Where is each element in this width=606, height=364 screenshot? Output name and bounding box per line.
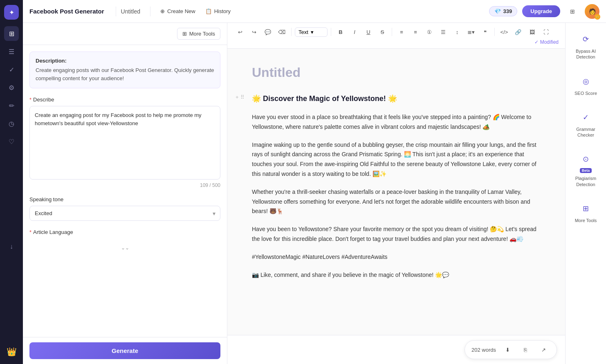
- content-block-para4: Have you been to Yellowstone? Share your…: [252, 225, 541, 244]
- app-title: Facebook Post Generator: [29, 8, 104, 15]
- header-right: 💎 339 Upgrade ⊞ 🧑 👑: [489, 4, 599, 19]
- content-block-para1: Have you ever stood in a place so breath…: [252, 112, 541, 132]
- grammar-checker-label: Grammar Checker: [573, 126, 599, 138]
- speaking-tone-select-wrapper: Excited Professional Casual Inspirationa…: [29, 206, 220, 221]
- blockquote-button[interactable]: ❝: [479, 26, 491, 38]
- bypass-ai-icon: ⟳: [579, 33, 593, 46]
- speaking-tone-select[interactable]: Excited Professional Casual Inspirationa…: [29, 206, 220, 221]
- text-align-dropdown[interactable]: ≣▾: [465, 26, 477, 38]
- undo-button[interactable]: ↩: [234, 26, 246, 38]
- image-button[interactable]: 🖼: [526, 26, 538, 38]
- sidebar-item-history[interactable]: ◷: [4, 116, 19, 131]
- redo-button[interactable]: ↪: [248, 26, 260, 38]
- block-controls[interactable]: + ⠿: [236, 94, 245, 100]
- sidebar-item-settings[interactable]: ⚙: [4, 80, 19, 95]
- grid-apps-icon[interactable]: ⊞: [565, 4, 580, 19]
- header: Facebook Post Generator Untitled ⊕ Creat…: [23, 0, 606, 23]
- align-left-button[interactable]: ≡: [395, 26, 408, 38]
- para4-text: Have you been to Yellowstone? Share your…: [252, 225, 541, 244]
- describe-textarea[interactable]: Create an engaging post for my Facebook …: [29, 106, 220, 180]
- line-height-button[interactable]: ↕: [451, 26, 463, 38]
- more-tools-side-label: More Tools: [575, 218, 597, 223]
- plagiarism-detection-tool[interactable]: ⊙ Beta Plagiarism Detection: [570, 149, 602, 191]
- underline-button[interactable]: U: [362, 26, 375, 38]
- seo-score-label: SEO Score: [575, 90, 597, 96]
- italic-button[interactable]: I: [348, 26, 361, 38]
- sidebar-item-edit[interactable]: ✏: [4, 98, 19, 113]
- chevron-down-icon-2: ▾: [311, 29, 314, 35]
- describe-label: * Describe: [29, 97, 220, 103]
- unordered-list-button[interactable]: ☰: [437, 26, 449, 38]
- ordered-list-button[interactable]: ①: [423, 26, 435, 38]
- code-button[interactable]: </>: [498, 26, 510, 38]
- grammar-checker-tool[interactable]: ✓ Grammar Checker: [570, 108, 602, 142]
- content-area: ⊞ More Tools Description: Create engagin…: [23, 23, 606, 364]
- char-count: 109 / 500: [29, 182, 220, 188]
- content-block-para3: Whether you're a thrill-seeker chasing w…: [252, 187, 541, 216]
- header-untitled: Untitled: [121, 8, 140, 15]
- collapse-arrow[interactable]: ⌄⌄: [29, 243, 220, 252]
- speaking-tone-label: Speaking tone: [29, 196, 220, 202]
- upgrade-button[interactable]: Upgrade: [522, 5, 560, 17]
- more-tools-side-tool[interactable]: ⊞ More Tools: [570, 199, 602, 227]
- editor-content[interactable]: Untitled + ⠿ 🌟 Discover the Magic of Yel…: [227, 49, 565, 335]
- generate-button[interactable]: Generate: [29, 342, 220, 359]
- describe-form-group: * Describe Create an engaging post for m…: [29, 97, 220, 188]
- content-block-para2: Imagine waking up to the gentle sound of…: [252, 140, 541, 179]
- left-panel-body: Description: Create engaging posts with …: [23, 45, 227, 337]
- sidebar-item-documents[interactable]: ☰: [4, 44, 19, 59]
- plagiarism-icon: ⊙: [579, 153, 593, 166]
- content-block-hashtags: #YellowstoneMagic #NatureLovers #Adventu…: [252, 252, 541, 262]
- sidebar-item-checklist[interactable]: ✓: [4, 62, 19, 77]
- article-language-label: * Article Language: [29, 229, 220, 235]
- logo-icon[interactable]: ✦: [4, 5, 19, 20]
- comment-button[interactable]: 💬: [262, 26, 274, 38]
- plagiarism-label: Plagiarism Detection: [573, 175, 599, 187]
- text-style-dropdown[interactable]: Text ▾: [295, 27, 328, 37]
- description-label: Description:: [36, 58, 214, 64]
- sidebar-item-favorites[interactable]: ♡: [4, 134, 19, 149]
- align-center-button[interactable]: ≡: [409, 26, 422, 38]
- left-panel-header: ⊞ More Tools: [23, 23, 227, 45]
- left-panel-footer: Generate: [23, 337, 227, 364]
- link-button[interactable]: 🔗: [512, 26, 524, 38]
- copy-action-button[interactable]: ⎘: [519, 343, 532, 356]
- fullscreen-button[interactable]: ⛶: [540, 26, 552, 38]
- download-action-button[interactable]: ⬇: [501, 343, 514, 356]
- share-action-button[interactable]: ↗: [537, 343, 550, 356]
- avatar[interactable]: 🧑 👑: [585, 4, 599, 19]
- eraser-button[interactable]: ⌫: [276, 26, 288, 38]
- bold-button[interactable]: B: [334, 26, 347, 38]
- more-tools-side-icon: ⊞: [579, 202, 593, 215]
- speaking-tone-group: Speaking tone Excited Professional Casua…: [29, 196, 220, 221]
- content-block-cta: 📷 Like, comment, and share if you believ…: [252, 270, 541, 280]
- footer-actions: 202 words ⬇ ⎘ ↗: [465, 340, 557, 359]
- sidebar-item-dashboard[interactable]: ⊞: [4, 26, 19, 41]
- bypass-ai-label: Bypass AI Detection: [573, 48, 599, 60]
- gem-icon: 💎: [494, 8, 501, 14]
- sidebar-item-crown[interactable]: 👑: [4, 344, 19, 359]
- sidebar-item-download[interactable]: ↓: [4, 239, 19, 254]
- para3-text: Whether you're a thrill-seeker chasing w…: [252, 187, 541, 216]
- left-panel: ⊞ More Tools Description: Create engagin…: [23, 23, 227, 364]
- more-tools-button[interactable]: ⊞ More Tools: [177, 28, 220, 40]
- history-icon: 📋: [205, 8, 212, 14]
- heading-text: 🌟 Discover the Magic of Yellowstone! 🌟: [252, 93, 541, 104]
- main-wrapper: Facebook Post Generator Untitled ⊕ Creat…: [23, 0, 606, 364]
- create-new-icon: ⊕: [160, 8, 165, 14]
- bypass-ai-detection-tool[interactable]: ⟳ Bypass AI Detection: [570, 29, 602, 63]
- doc-title[interactable]: Untitled: [252, 65, 541, 80]
- toolbar-divider-3: [392, 28, 392, 36]
- avatar-crown-badge: 👑: [595, 14, 600, 20]
- grammar-checker-icon: ✓: [579, 111, 593, 124]
- credits-count: 339: [503, 8, 512, 14]
- editor-area: ↩ ↪ 💬 ⌫ Text ▾ B I U S ≡ ≡ ① ☰ ↕: [227, 23, 565, 364]
- history-button[interactable]: 📋 History: [200, 6, 236, 17]
- header-divider-1: [116, 7, 116, 16]
- create-new-button[interactable]: ⊕ Create New: [155, 6, 200, 17]
- seo-score-tool[interactable]: ◎ SEO Score: [570, 72, 602, 99]
- strikethrough-button[interactable]: S: [376, 26, 388, 38]
- checkmark-icon: ✓: [534, 39, 539, 45]
- header-divider-2: [150, 7, 150, 16]
- editor-toolbar: ↩ ↪ 💬 ⌫ Text ▾ B I U S ≡ ≡ ① ☰ ↕: [227, 23, 565, 49]
